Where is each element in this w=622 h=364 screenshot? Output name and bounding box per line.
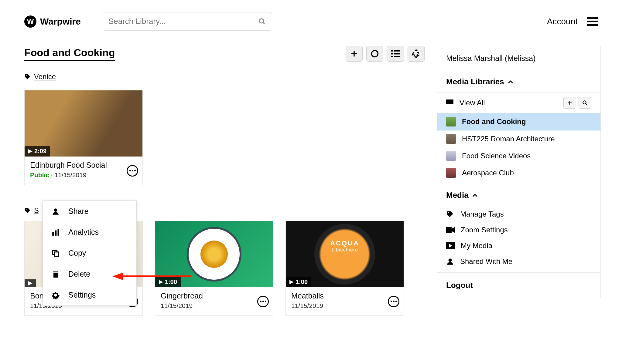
sidebar-search-button[interactable] bbox=[579, 97, 591, 109]
card-title: Edinburgh Food Social bbox=[30, 161, 137, 170]
search-input[interactable] bbox=[108, 17, 258, 26]
chevron-up-icon bbox=[472, 194, 478, 197]
sidebar-my-media[interactable]: My Media bbox=[437, 238, 600, 254]
brand-text: Warpwire bbox=[40, 16, 81, 27]
sidebar-heading-media[interactable]: Media bbox=[446, 190, 591, 200]
svg-rect-10 bbox=[394, 56, 400, 57]
context-menu: Share Analytics Copy Delete Settings bbox=[43, 201, 137, 306]
svg-point-35 bbox=[448, 212, 449, 213]
svg-rect-36 bbox=[446, 227, 452, 233]
sidebar-lib-hst225[interactable]: HST225 Roman Architecture bbox=[437, 130, 600, 147]
page-title: Food and Cooking bbox=[24, 47, 115, 61]
card-thumbnail: ACQUA 1 bicchiere 1:00 bbox=[286, 221, 404, 287]
duration-badge bbox=[25, 279, 36, 287]
add-button[interactable] bbox=[346, 46, 363, 62]
gear-icon bbox=[51, 291, 60, 299]
card-meta: Public · 11/15/2019 bbox=[30, 171, 137, 179]
menu-item-share[interactable]: Share bbox=[43, 201, 136, 222]
search-box[interactable] bbox=[102, 12, 272, 31]
copy-icon bbox=[51, 249, 60, 258]
brand-logo[interactable]: W Warpwire bbox=[24, 15, 81, 28]
media-card[interactable]: 1:00 Gingerbread 11/15/2019 bbox=[155, 221, 273, 316]
menu-icon[interactable] bbox=[587, 17, 598, 26]
overlay-text: ACQUA 1 bicchiere bbox=[330, 239, 359, 253]
tag-label: Venice bbox=[34, 72, 56, 81]
svg-marker-18 bbox=[28, 281, 32, 285]
account-link[interactable]: Account bbox=[547, 17, 578, 26]
svg-rect-7 bbox=[391, 53, 393, 55]
camera-icon bbox=[446, 227, 455, 233]
record-button[interactable] bbox=[366, 46, 383, 62]
svg-rect-8 bbox=[394, 53, 400, 55]
menu-item-settings[interactable]: Settings bbox=[43, 285, 136, 305]
media-card[interactable]: 2:09 Edinburgh Food Social Public · 11/1… bbox=[24, 90, 143, 185]
svg-rect-22 bbox=[52, 232, 54, 236]
tag-label: S bbox=[34, 206, 39, 215]
media-card[interactable]: ACQUA 1 bicchiere 1:00 Meatballs 11/15/2… bbox=[285, 221, 404, 316]
svg-marker-20 bbox=[289, 280, 294, 284]
more-button[interactable] bbox=[388, 296, 399, 307]
play-icon bbox=[446, 242, 455, 249]
lib-thumb bbox=[446, 151, 456, 161]
svg-marker-16 bbox=[28, 149, 32, 153]
annotation-arrow bbox=[112, 270, 191, 282]
svg-text:A: A bbox=[412, 52, 415, 57]
stack-icon bbox=[446, 99, 453, 106]
sidebar-view-all[interactable]: View All bbox=[437, 93, 600, 113]
search-icon bbox=[258, 18, 266, 25]
svg-point-40 bbox=[449, 258, 452, 262]
list-view-button[interactable] bbox=[387, 46, 404, 62]
card-title: Meatballs bbox=[291, 292, 398, 300]
sidebar-zoom-settings[interactable]: Zoom Settings bbox=[437, 222, 600, 238]
svg-rect-23 bbox=[55, 230, 56, 235]
lib-thumb bbox=[446, 117, 456, 126]
more-button[interactable] bbox=[127, 165, 138, 177]
person-icon bbox=[51, 207, 60, 216]
sidebar-lib-food-cooking[interactable]: Food and Cooking bbox=[437, 113, 600, 130]
more-button[interactable] bbox=[257, 296, 269, 307]
sidebar: Melissa Marshall (Melissa) Media Librari… bbox=[437, 46, 601, 298]
menu-item-analytics[interactable]: Analytics bbox=[43, 222, 136, 243]
svg-rect-28 bbox=[53, 271, 58, 272]
card-title: Gingerbread bbox=[161, 292, 268, 300]
card-thumbnail: 2:09 bbox=[25, 90, 142, 157]
person-icon bbox=[446, 258, 454, 265]
chevron-up-icon bbox=[508, 80, 513, 84]
svg-marker-30 bbox=[112, 273, 123, 280]
svg-text:Z: Z bbox=[416, 52, 419, 57]
svg-point-15 bbox=[26, 75, 27, 76]
svg-point-33 bbox=[583, 101, 586, 104]
card-meta: 11/15/2019 bbox=[291, 302, 398, 309]
sidebar-lib-aerospace[interactable]: Aerospace Club bbox=[437, 164, 600, 184]
sort-button[interactable]: AZ bbox=[408, 46, 425, 62]
svg-rect-26 bbox=[54, 252, 59, 256]
tag-icon bbox=[24, 207, 31, 214]
svg-point-17 bbox=[26, 209, 27, 210]
sidebar-user: Melissa Marshall (Melissa) bbox=[437, 46, 600, 71]
svg-marker-37 bbox=[452, 227, 455, 233]
svg-point-4 bbox=[372, 51, 378, 57]
lib-thumb bbox=[446, 168, 456, 178]
logo-badge: W bbox=[24, 15, 36, 28]
svg-marker-11 bbox=[414, 49, 418, 51]
tag-icon bbox=[24, 73, 31, 80]
sidebar-lib-food-science[interactable]: Food Science Videos bbox=[437, 147, 600, 164]
tag-icon bbox=[446, 210, 454, 218]
duration-badge: 2:09 bbox=[25, 146, 50, 157]
svg-point-21 bbox=[54, 208, 57, 212]
menu-item-copy[interactable]: Copy bbox=[43, 243, 136, 264]
sidebar-shared-with-me[interactable]: Shared With Me bbox=[437, 254, 600, 272]
bar-chart-icon bbox=[51, 228, 60, 237]
card-meta: 11/15/2019 bbox=[161, 302, 268, 309]
sidebar-logout[interactable]: Logout bbox=[437, 273, 600, 298]
svg-line-34 bbox=[586, 103, 587, 105]
svg-rect-27 bbox=[53, 273, 58, 278]
tag-venice[interactable]: Venice bbox=[24, 72, 425, 81]
sidebar-heading-libraries[interactable]: Media Libraries bbox=[446, 77, 591, 86]
sidebar-manage-tags[interactable]: Manage Tags bbox=[437, 206, 600, 222]
lib-thumb bbox=[446, 134, 456, 144]
svg-rect-5 bbox=[391, 50, 393, 52]
svg-rect-9 bbox=[391, 56, 393, 57]
svg-line-1 bbox=[263, 22, 265, 24]
sidebar-add-button[interactable] bbox=[563, 97, 576, 109]
